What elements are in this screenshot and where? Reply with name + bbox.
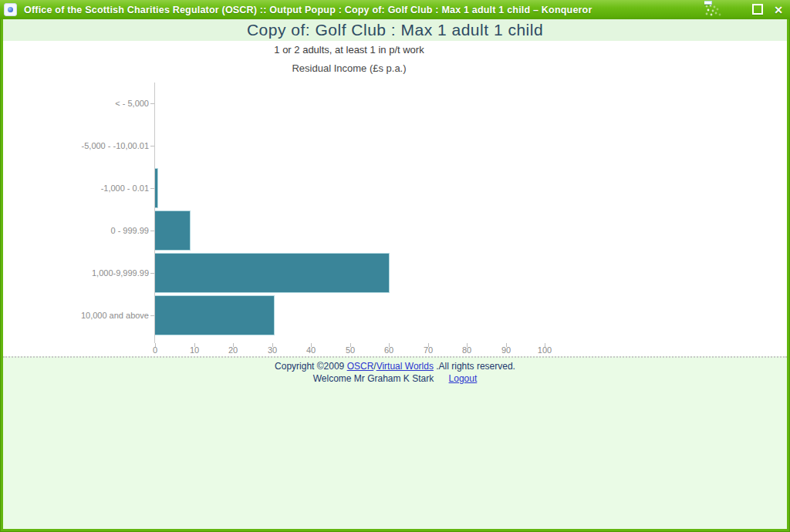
konqueror-app-icon[interactable]: [4, 3, 17, 16]
x-axis-label: 40: [298, 345, 324, 355]
bar: [155, 253, 390, 293]
welcome-line: Welcome Mr Graham K Stark Logout: [3, 373, 787, 384]
category-label: 0 - 999.99: [0, 210, 149, 252]
chart-row: -5,000 - -10,00.01: [155, 125, 545, 167]
x-axis-label: 30: [259, 345, 285, 355]
page-content: Copy of: Golf Club : Max 1 adult 1 child…: [3, 19, 787, 529]
chart-row: -1,000 - 0.01: [155, 167, 545, 210]
chart-row: 10,000 and above: [155, 295, 545, 337]
close-button[interactable]: ✕: [773, 5, 784, 15]
chart-row: 0 - 999.99: [155, 210, 545, 252]
chart-row: < - 5,000: [155, 82, 545, 125]
page-title-strip: Copy of: Golf Club : Max 1 adult 1 child: [3, 19, 787, 41]
window-title: Office of the Scottish Charities Regulat…: [24, 5, 592, 15]
x-axis-label: 50: [337, 345, 363, 355]
activity-indicator-icon: [704, 4, 721, 16]
category-tick: [150, 273, 154, 274]
x-axis-label: 100: [532, 345, 558, 355]
maximize-icon: [752, 4, 763, 15]
bar: [155, 168, 158, 208]
category-tick: [150, 315, 154, 316]
bar: [155, 295, 275, 335]
minimize-icon: [704, 1, 712, 5]
bar-chart-plot: < - 5,000-5,000 - -10,00.01-1,000 - 0.01…: [154, 82, 545, 343]
category-label: < - 5,000: [0, 82, 149, 125]
logout-link[interactable]: Logout: [449, 373, 478, 384]
x-axis-label: 70: [415, 345, 441, 355]
x-axis-label: 90: [493, 345, 519, 355]
minimize-button[interactable]: [731, 5, 742, 15]
copyright-prefix: Copyright ©2009: [275, 361, 347, 372]
page-title: Copy of: Golf Club : Max 1 adult 1 child: [247, 21, 543, 39]
x-axis-label: 60: [376, 345, 402, 355]
konqueror-window: Office of the Scottish Charities Regulat…: [0, 0, 790, 532]
bar: [155, 210, 191, 251]
x-axis-label: 80: [454, 345, 480, 355]
category-tick: [150, 103, 154, 104]
page-footer: Copyright ©2009 OSCR/Virtual Worlds .All…: [3, 356, 787, 529]
oscr-link[interactable]: OSCR: [347, 361, 374, 372]
konqueror-gear-glyph: [8, 7, 13, 12]
category-label: -5,000 - -10,00.01: [0, 125, 149, 167]
welcome-text: Welcome Mr Graham K Stark: [313, 373, 434, 384]
category-label: -1,000 - 0.01: [0, 167, 149, 210]
chart-section: 1 or 2 adults, at least 1 in p/t work Re…: [3, 41, 787, 356]
category-tick: [150, 231, 154, 231]
category-tick: [150, 146, 154, 146]
chart-row: 1,000-9,999.99: [155, 252, 545, 295]
category-label: 1,000-9,999.99: [0, 252, 149, 295]
category-label: 10,000 and above: [0, 295, 149, 337]
copyright-suffix: .All rights reserved.: [434, 361, 515, 372]
copyright-line: Copyright ©2009 OSCR/Virtual Worlds .All…: [3, 361, 787, 372]
window-titlebar[interactable]: Office of the Scottish Charities Regulat…: [0, 0, 790, 19]
virtual-worlds-link[interactable]: Virtual Worlds: [376, 361, 434, 372]
x-axis-label: 20: [220, 345, 246, 355]
chart-axis-title: Residual Income (£s p.a.): [3, 62, 695, 74]
category-tick: [150, 188, 154, 189]
chart-subtitle: 1 or 2 adults, at least 1 in p/t work: [3, 44, 695, 56]
x-axis-label: 10: [181, 345, 208, 355]
x-axis-label: 0: [142, 345, 168, 355]
maximize-button[interactable]: [752, 5, 763, 15]
